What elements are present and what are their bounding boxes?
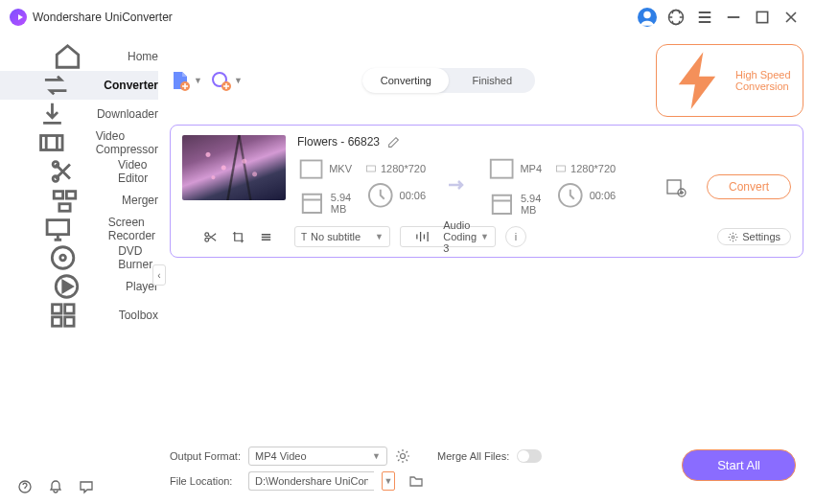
svg-rect-24 [491, 160, 513, 178]
svg-point-0 [643, 11, 651, 19]
svg-point-10 [52, 247, 74, 269]
svg-rect-8 [59, 204, 70, 212]
svg-rect-21 [301, 160, 322, 177]
high-speed-button[interactable]: High Speed Conversion [656, 44, 803, 117]
sidebar: Home Converter Downloader Video Compress… [0, 34, 158, 504]
svg-rect-13 [53, 305, 61, 313]
svg-point-29 [205, 233, 209, 237]
convert-button[interactable]: Convert [707, 174, 791, 199]
sidebar-item-merger[interactable]: Merger [0, 186, 158, 215]
settings-label: Settings [742, 231, 780, 242]
merge-label: Merge All Files: [437, 450, 509, 462]
start-all-button[interactable]: Start All [682, 449, 796, 481]
app-title: Wondershare UniConverter [33, 11, 173, 24]
src-dur: 00:06 [400, 190, 427, 201]
sidebar-item-toolbox[interactable]: Toolbox [0, 301, 158, 330]
svg-rect-22 [366, 166, 375, 172]
menu-icon[interactable] [695, 8, 714, 27]
titlebar: Wondershare UniConverter [0, 0, 815, 34]
sidebar-item-downloader[interactable]: Downloader [0, 100, 158, 128]
feedback-icon[interactable] [79, 479, 94, 494]
dst-size: 5.94 MB [521, 193, 542, 216]
close-button[interactable] [781, 8, 801, 27]
svg-rect-15 [53, 317, 61, 326]
account-avatar[interactable] [638, 8, 657, 27]
sidebar-item-home[interactable]: Home [0, 42, 158, 71]
more-icon[interactable] [259, 230, 273, 244]
dst-res: 1280*720 [570, 163, 616, 174]
svg-rect-14 [65, 305, 74, 313]
tab-switch: Converting Finished [362, 68, 535, 93]
svg-rect-2 [757, 11, 767, 22]
main-panel: ▼ ▼ Converting Finished High Speed Conve… [158, 34, 815, 504]
high-speed-label: High Speed Conversion [735, 69, 793, 92]
svg-point-31 [732, 236, 734, 239]
sidebar-item-dvd-burner[interactable]: DVD Burner [0, 243, 158, 272]
audio-value: Audio Coding 3 [443, 219, 477, 254]
sidebar-label: Toolbox [119, 309, 158, 322]
output-format-label: Output Format: [170, 450, 241, 462]
add-file-button[interactable]: ▼ [170, 70, 202, 91]
svg-rect-25 [557, 166, 566, 172]
file-location-dropdown[interactable]: ▼ [382, 471, 395, 491]
notification-icon[interactable] [48, 479, 63, 494]
file-location-field[interactable]: D:\Wondershare UniConverter [248, 471, 374, 491]
svg-rect-3 [41, 136, 63, 150]
svg-rect-6 [54, 192, 62, 199]
minimize-button[interactable] [724, 8, 743, 27]
file-name: Flowers - 66823 [297, 135, 380, 149]
output-format-value: MP4 Video [255, 450, 307, 462]
dst-dur: 00:06 [590, 190, 617, 201]
src-res: 1280*720 [381, 163, 426, 174]
sidebar-item-screen-recorder[interactable]: Screen Recorder [0, 215, 158, 243]
subtitle-dropdown[interactable]: TNo subtitle▼ [294, 226, 390, 247]
crop-icon[interactable] [231, 230, 245, 244]
info-icon[interactable]: i [505, 226, 526, 247]
svg-point-32 [401, 454, 406, 459]
chevron-down-icon: ▼ [194, 76, 202, 85]
svg-rect-16 [65, 317, 74, 326]
add-url-button[interactable]: ▼ [210, 70, 243, 91]
dst-format: MP4 [520, 163, 542, 174]
format-settings-icon[interactable] [395, 448, 410, 464]
video-thumbnail[interactable] [182, 135, 286, 200]
sidebar-item-video-editor[interactable]: Video Editor [0, 157, 158, 186]
tab-finished[interactable]: Finished [449, 68, 535, 93]
src-size: 5.94 MB [331, 192, 352, 215]
svg-point-11 [60, 255, 66, 261]
svg-rect-9 [47, 220, 69, 235]
open-folder-icon[interactable] [408, 473, 424, 489]
chevron-down-icon: ▼ [234, 76, 243, 85]
merge-toggle[interactable] [517, 449, 542, 463]
sidebar-item-video-compressor[interactable]: Video Compressor [0, 128, 158, 157]
trim-icon[interactable] [203, 230, 218, 244]
output-format-select[interactable]: MP4 Video▼ [248, 447, 387, 466]
app-logo-icon [10, 9, 27, 26]
settings-button[interactable]: Settings [717, 228, 791, 245]
svg-point-30 [205, 238, 209, 241]
sidebar-label: Merger [122, 194, 158, 207]
sidebar-label: Downloader [97, 107, 158, 121]
tab-converting[interactable]: Converting [362, 68, 449, 93]
src-format: MKV [329, 163, 352, 174]
sidebar-label: Converter [104, 79, 158, 92]
support-icon[interactable] [666, 8, 686, 27]
output-settings-icon[interactable] [664, 175, 687, 198]
sidebar-label: Screen Recorder [108, 216, 158, 242]
svg-rect-7 [66, 192, 75, 199]
file-card: Flowers - 66823 MKV 5.94 MB 1280*720 00:… [170, 125, 803, 258]
sidebar-item-converter[interactable]: Converter [0, 71, 158, 100]
sidebar-label: Video Compressor [96, 129, 158, 156]
help-icon[interactable] [17, 479, 33, 494]
sidebar-item-player[interactable]: Player [0, 272, 158, 301]
sidebar-label: Home [128, 50, 158, 63]
audio-dropdown[interactable]: Audio Coding 3▼ [400, 226, 496, 247]
file-location-label: File Location: [170, 475, 241, 487]
arrow-right-icon [447, 178, 466, 195]
maximize-button[interactable] [753, 8, 772, 27]
sidebar-label: Video Editor [118, 158, 158, 185]
edit-name-icon[interactable] [387, 136, 400, 149]
svg-rect-27 [667, 180, 681, 194]
file-location-value: D:\Wondershare UniConverter [255, 475, 368, 487]
subtitle-value: No subtitle [311, 231, 361, 242]
